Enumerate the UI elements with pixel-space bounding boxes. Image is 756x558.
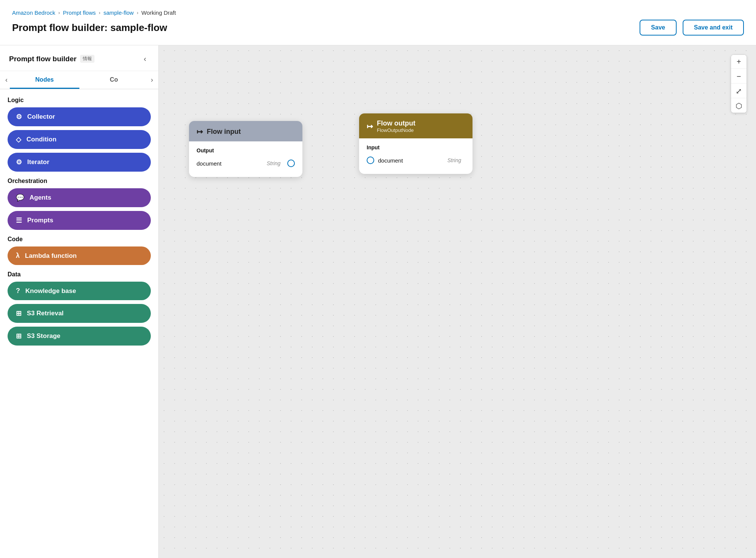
section-code-label: Code xyxy=(8,236,151,243)
top-bar: Amazon Bedrock › Prompt flows › sample-f… xyxy=(0,0,756,45)
top-buttons: Save Save and exit xyxy=(640,20,744,36)
node-lambda[interactable]: λ Lambda function xyxy=(8,246,151,265)
s3-storage-icon: ⊞ xyxy=(16,332,22,340)
flow-input-field-row: document String xyxy=(197,157,295,169)
breadcrumb-amazon[interactable]: Amazon Bedrock xyxy=(12,9,55,16)
agents-label: Agents xyxy=(29,194,51,202)
main-layout: Prompt flow builder 情報 ‹ ‹ Nodes Co › Lo… xyxy=(0,45,756,558)
sidebar-info-badge[interactable]: 情報 xyxy=(80,55,94,63)
collector-label: Collector xyxy=(27,113,55,121)
sidebar-header: Prompt flow builder 情報 ‹ xyxy=(0,45,158,71)
section-orchestration-label: Orchestration xyxy=(8,178,151,184)
collector-icon: ⚙ xyxy=(16,113,22,121)
s3-storage-label: S3 Storage xyxy=(27,332,60,340)
s3-retrieval-label: S3 Retrieval xyxy=(27,310,64,317)
section-data-label: Data xyxy=(8,271,151,278)
flow-output-section-label: Input xyxy=(367,144,465,150)
prompts-icon: ☰ xyxy=(16,216,22,225)
flow-output-field-row: document String xyxy=(367,154,465,166)
iterator-label: Iterator xyxy=(27,158,50,166)
breadcrumb: Amazon Bedrock › Prompt flows › sample-f… xyxy=(12,9,744,16)
agents-icon: 💬 xyxy=(16,194,24,202)
page-title: Prompt flow builder: sample-flow xyxy=(12,22,167,34)
flow-output-icon: ↦ xyxy=(367,122,373,131)
node-condition[interactable]: ◇ Condition xyxy=(8,130,151,149)
save-button[interactable]: Save xyxy=(640,20,676,36)
flow-input-field-type: String xyxy=(266,160,280,166)
node-collector[interactable]: ⚙ Collector xyxy=(8,107,151,126)
save-exit-button[interactable]: Save and exit xyxy=(683,20,744,36)
tab-prev-button[interactable]: ‹ xyxy=(3,73,10,87)
knowledge-base-label: Knowledge base xyxy=(25,287,76,295)
zoom-in-button[interactable]: + xyxy=(731,55,747,69)
iterator-icon: ⚙ xyxy=(16,158,22,166)
flow-input-body: Output document String xyxy=(189,141,302,177)
breadcrumb-sep-1: › xyxy=(58,10,60,16)
flow-input-icon: ↦ xyxy=(197,127,203,136)
tab-next-button[interactable]: › xyxy=(149,73,155,87)
node-knowledge-base[interactable]: ? Knowledge base xyxy=(8,282,151,300)
flow-output-header: ↦ Flow output FlowOutputNode xyxy=(359,113,472,138)
condition-label: Condition xyxy=(26,136,56,143)
breadcrumb-sample-flow[interactable]: sample-flow xyxy=(104,9,134,16)
s3-retrieval-icon: ⊞ xyxy=(16,309,22,318)
flow-input-title: Flow input xyxy=(207,128,241,136)
nodes-panel: Logic ⚙ Collector ◇ Condition ⚙ Iterator… xyxy=(0,89,158,355)
tab-nodes[interactable]: Nodes xyxy=(10,71,79,89)
knowledge-base-icon: ? xyxy=(16,287,20,295)
flow-output-connector[interactable] xyxy=(367,157,374,164)
collapse-button[interactable]: ‹ xyxy=(141,53,149,65)
flow-output-field-type: String xyxy=(447,157,461,163)
flow-output-field-label: document xyxy=(378,157,403,164)
node-s3-storage[interactable]: ⊞ S3 Storage xyxy=(8,327,151,346)
breadcrumb-sep-2: › xyxy=(99,10,100,16)
flow-output-title: Flow output xyxy=(377,119,415,127)
tab-connections[interactable]: Co xyxy=(79,71,149,89)
breadcrumb-prompt-flows[interactable]: Prompt flows xyxy=(63,9,96,16)
condition-icon: ◇ xyxy=(16,135,21,144)
flow-input-field-label: document xyxy=(197,160,222,167)
sidebar-title: Prompt flow builder xyxy=(9,55,76,63)
node-prompts[interactable]: ☰ Prompts xyxy=(8,211,151,230)
node-iterator[interactable]: ⚙ Iterator xyxy=(8,153,151,172)
sidebar: Prompt flow builder 情報 ‹ ‹ Nodes Co › Lo… xyxy=(0,45,159,558)
flow-output-body: Input document String xyxy=(359,138,472,174)
breadcrumb-sep-3: › xyxy=(137,10,138,16)
breadcrumb-working-draft: Working Draft xyxy=(141,9,176,16)
node-agents[interactable]: 💬 Agents xyxy=(8,188,151,207)
flow-output-node[interactable]: ↦ Flow output FlowOutputNode Input docum… xyxy=(359,113,472,174)
flow-input-node[interactable]: ↦ Flow input Output document String xyxy=(189,121,302,177)
prompts-label: Prompts xyxy=(27,217,53,224)
zoom-fit-button[interactable]: ⤢ xyxy=(731,84,747,98)
zoom-controls: + − ⤢ ⬡ xyxy=(731,54,747,113)
flow-input-section-label: Output xyxy=(197,147,295,153)
flow-input-connector[interactable] xyxy=(287,160,295,167)
tabs-row: ‹ Nodes Co › xyxy=(0,71,158,89)
zoom-out-button[interactable]: − xyxy=(731,70,747,84)
flow-input-header: ↦ Flow input xyxy=(189,121,302,141)
section-logic-label: Logic xyxy=(8,97,151,104)
flow-output-subtitle: FlowOutputNode xyxy=(377,127,415,133)
lambda-label: Lambda function xyxy=(25,252,77,260)
node-s3-retrieval[interactable]: ⊞ S3 Retrieval xyxy=(8,304,151,323)
zoom-graph-button[interactable]: ⬡ xyxy=(731,99,747,113)
canvas-area[interactable]: + − ⤢ ⬡ ↦ Flow input Output document Str… xyxy=(159,45,756,558)
lambda-icon: λ xyxy=(16,252,20,260)
